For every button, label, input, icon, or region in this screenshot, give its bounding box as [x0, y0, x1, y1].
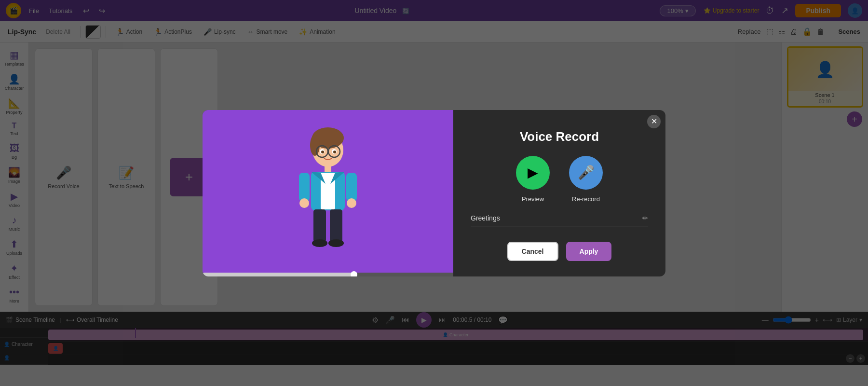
modal-input-row: ✏ — [471, 214, 648, 226]
svg-point-18 — [328, 239, 344, 247]
modal-progress-fill — [203, 273, 353, 276]
modal-close-button[interactable]: ✕ — [647, 115, 661, 128]
svg-rect-19 — [299, 173, 310, 202]
svg-rect-15 — [313, 209, 326, 242]
modal-action-buttons: ▶ Preview 🎤 Re-record — [516, 156, 603, 203]
svg-rect-16 — [330, 209, 342, 242]
svg-point-2 — [310, 135, 320, 156]
rerecord-action: 🎤 Re-record — [569, 156, 603, 203]
svg-point-17 — [312, 239, 327, 247]
svg-point-9 — [333, 151, 336, 153]
rerecord-label: Re-record — [572, 195, 600, 203]
preview-button[interactable]: ▶ — [516, 156, 550, 190]
modal-buttons: Cancel Apply — [507, 242, 612, 261]
modal-title: Voice Record — [520, 129, 599, 144]
modal-overlay: ✕ — [0, 0, 868, 386]
modal-progress-thumb — [351, 271, 357, 276]
mic-icon: 🎤 — [578, 165, 595, 180]
modal-video-section — [203, 110, 453, 276]
svg-point-22 — [347, 198, 356, 208]
modal-progress-bar[interactable] — [203, 273, 453, 276]
preview-label: Preview — [522, 195, 544, 203]
play-icon: ▶ — [528, 165, 538, 180]
rerecord-button[interactable]: 🎤 — [569, 156, 603, 190]
svg-rect-20 — [346, 173, 357, 202]
svg-point-8 — [321, 151, 324, 153]
preview-action: ▶ Preview — [516, 156, 550, 203]
modal-right-section: Voice Record ▶ Preview 🎤 Re-record — [453, 110, 665, 276]
greetings-input[interactable] — [471, 214, 638, 222]
svg-rect-10 — [325, 166, 331, 173]
modal-video-bg — [203, 110, 453, 273]
apply-button[interactable]: Apply — [566, 242, 612, 261]
cancel-button[interactable]: Cancel — [507, 242, 558, 261]
edit-icon[interactable]: ✏ — [642, 214, 648, 222]
character-svg — [289, 124, 366, 259]
voice-record-modal: ✕ — [203, 110, 665, 276]
svg-point-21 — [299, 198, 309, 208]
